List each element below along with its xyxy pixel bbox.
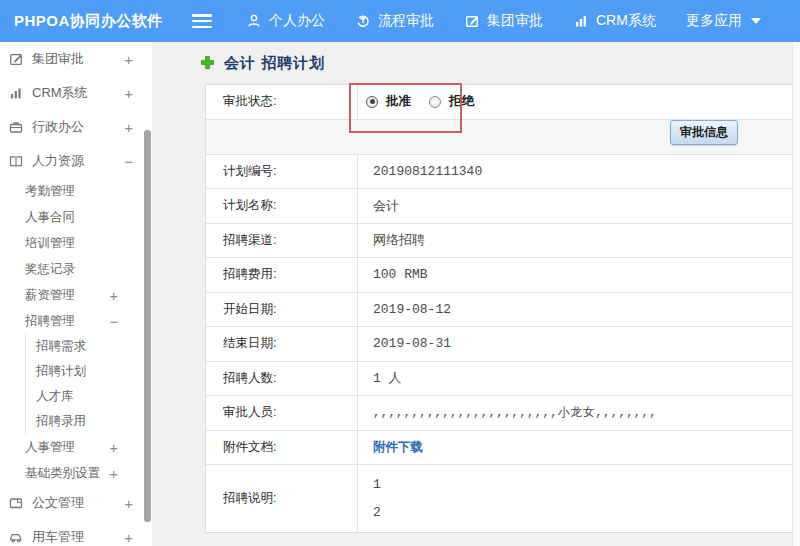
recruitment-subgroup: 招聘需求 招聘计划 人才库 招聘录用: [25, 334, 152, 434]
radio-button-icon[interactable]: [366, 96, 378, 108]
car-icon: [8, 529, 24, 545]
nav-crm-system[interactable]: CRM系统: [573, 12, 656, 30]
form-row-cost: 招聘费用: 100 RMB: [206, 258, 792, 293]
sidebar-item-recruit-hire[interactable]: 招聘录用: [26, 409, 152, 434]
field-label: 招聘渠道:: [206, 224, 358, 258]
sidebar-item-rewards[interactable]: 奖惩记录: [0, 256, 152, 282]
nav-label: 个人办公: [269, 12, 325, 30]
form-row-actions: 审批信息: [206, 120, 792, 155]
sidebar-item-label: 薪资管理: [25, 287, 75, 304]
expand-toggle[interactable]: +: [124, 52, 133, 67]
field-value: 1 2: [358, 465, 792, 532]
radio-label: 拒绝: [449, 93, 474, 110]
sidebar: 集团审批 + CRM系统 + 行政办公 + 人力资源 − 考勤管理 人事合同 培…: [0, 42, 152, 546]
form-row-plan-name: 计划名称: 会计: [206, 189, 792, 224]
briefcase-icon: [8, 119, 24, 135]
field-value: 网络招聘: [358, 224, 792, 258]
sidebar-item-vehicle[interactable]: 用车管理 +: [0, 520, 152, 546]
add-icon: [200, 55, 215, 73]
sidebar-item-recruit-demand[interactable]: 招聘需求: [26, 334, 152, 359]
nav-process-approval[interactable]: 流程审批: [355, 12, 434, 30]
page-title: 会计 招聘计划: [200, 54, 325, 73]
edit-square-icon: [8, 51, 24, 67]
sidebar-item-label: 行政办公: [32, 118, 84, 136]
field-value: ,,,,,,,,,,,,,,,,,,,,,,,,小龙女,,,,,,,,: [358, 396, 792, 430]
field-label: 审批状态:: [206, 85, 358, 119]
top-bar: PHPOA协同办公软件 个人办公 流程审批 集团审批 CRM系统 更多应用: [0, 0, 800, 42]
sidebar-item-group-approval[interactable]: 集团审批 +: [0, 42, 152, 76]
expand-toggle[interactable]: +: [124, 86, 133, 101]
approve-info-button[interactable]: 审批信息: [670, 120, 738, 145]
bar-chart-icon: [573, 13, 589, 29]
sidebar-item-label: 公文管理: [32, 494, 84, 512]
field-label: 计划名称:: [206, 189, 358, 223]
document-icon: [8, 495, 24, 511]
nav-label: 集团审批: [487, 12, 543, 30]
sidebar-item-label: CRM系统: [32, 84, 88, 102]
radio-button-icon[interactable]: [429, 96, 441, 108]
sidebar-item-hr[interactable]: 人力资源 −: [0, 144, 152, 178]
expand-toggle[interactable]: +: [109, 288, 118, 303]
field-label: 结束日期:: [206, 327, 358, 361]
sidebar-item-hr-contract[interactable]: 人事合同: [0, 204, 152, 230]
field-value: 20190812111340: [358, 155, 792, 189]
sidebar-item-label: 人事管理: [25, 439, 75, 456]
sidebar-item-admin-office[interactable]: 行政办公 +: [0, 110, 152, 144]
radio-label: 批准: [386, 93, 411, 110]
field-label: 招聘说明:: [206, 465, 358, 532]
hamburger-icon[interactable]: [192, 14, 212, 28]
expand-toggle[interactable]: +: [124, 530, 133, 545]
sidebar-item-label: 集团审批: [32, 50, 84, 68]
field-label: 审批人员:: [206, 396, 358, 430]
nav-group-approval[interactable]: 集团审批: [464, 12, 543, 30]
sidebar-item-label: 人力资源: [32, 152, 84, 170]
sidebar-item-recruit-plan[interactable]: 招聘计划: [26, 359, 152, 384]
field-label: 招聘人数:: [206, 362, 358, 396]
collapse-toggle[interactable]: −: [124, 154, 133, 169]
radio-approve[interactable]: 批准: [366, 93, 411, 110]
sidebar-item-label: 考勤管理: [25, 183, 75, 200]
form-row-attachment: 附件文档: 附件下载: [206, 431, 792, 466]
edit-square-icon: [464, 13, 480, 29]
sidebar-item-training[interactable]: 培训管理: [0, 230, 152, 256]
content-scrollbar-track[interactable]: [792, 42, 800, 546]
expand-toggle[interactable]: +: [109, 440, 118, 455]
sidebar-item-label: 招聘需求: [36, 338, 86, 355]
collapse-toggle[interactable]: −: [109, 314, 118, 329]
bar-chart-icon: [8, 85, 24, 101]
sidebar-item-label: 人才库: [36, 388, 74, 405]
form-row-start-date: 开始日期: 2019-08-12: [206, 293, 792, 328]
radio-reject[interactable]: 拒绝: [429, 93, 474, 110]
form-row-approvers: 审批人员: ,,,,,,,,,,,,,,,,,,,,,,,,小龙女,,,,,,,…: [206, 396, 792, 431]
field-label: 招聘费用:: [206, 258, 358, 292]
sidebar-scrollbar-thumb[interactable]: [144, 130, 151, 522]
nav-personal-office[interactable]: 个人办公: [246, 12, 325, 30]
sidebar-item-label: 培训管理: [25, 235, 75, 252]
expand-toggle[interactable]: +: [124, 496, 133, 511]
sidebar-item-label: 招聘管理: [25, 313, 75, 330]
sidebar-item-base-category[interactable]: 基础类别设置 +: [0, 460, 152, 486]
description-line: 1: [373, 477, 381, 492]
sidebar-item-label: 人事合同: [25, 209, 75, 226]
field-value: 1 人: [358, 362, 792, 396]
sidebar-item-talent-pool[interactable]: 人才库: [26, 384, 152, 409]
expand-toggle[interactable]: +: [109, 466, 118, 481]
field-value: 会计: [358, 189, 792, 223]
sidebar-item-attendance[interactable]: 考勤管理: [0, 178, 152, 204]
nav-more-apps[interactable]: 更多应用: [686, 12, 761, 30]
form-row-plan-number: 计划编号: 20190812111340: [206, 155, 792, 190]
detail-form: 审批状态: 批准 拒绝 审批信息 计划编号: 20190812111340 计划…: [205, 84, 793, 533]
sidebar-item-crm[interactable]: CRM系统 +: [0, 76, 152, 110]
sidebar-item-personnel[interactable]: 人事管理 +: [0, 434, 152, 460]
attachment-download-link[interactable]: 附件下载: [373, 439, 423, 456]
sidebar-item-label: 招聘录用: [36, 413, 86, 430]
sidebar-item-salary[interactable]: 薪资管理 +: [0, 282, 152, 308]
field-label: 开始日期:: [206, 293, 358, 327]
sidebar-item-recruitment[interactable]: 招聘管理 −: [0, 308, 152, 334]
page-title-text: 会计 招聘计划: [224, 54, 325, 73]
sidebar-item-label: 基础类别设置: [25, 465, 100, 482]
form-row-status: 审批状态: 批准 拒绝: [206, 85, 792, 120]
nav-label: CRM系统: [596, 12, 656, 30]
expand-toggle[interactable]: +: [124, 120, 133, 135]
sidebar-item-documents[interactable]: 公文管理 +: [0, 486, 152, 520]
